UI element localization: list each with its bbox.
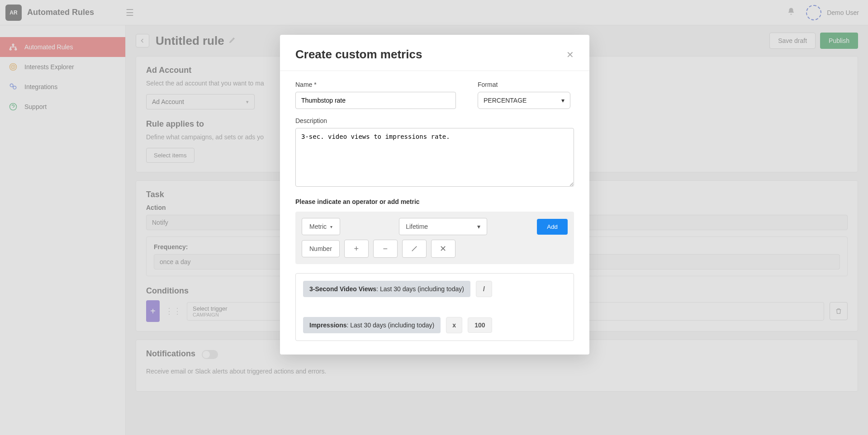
name-label: Name: [295, 81, 456, 88]
minus-operator-button[interactable]: −: [373, 240, 398, 258]
token-name: 3-Second Video Views: [309, 285, 376, 293]
chevron-down-icon: ▾: [477, 223, 480, 230]
divide-operator-button[interactable]: [402, 240, 427, 258]
modal-title: Create custom metrics: [295, 47, 422, 61]
formula-operator[interactable]: /: [476, 281, 492, 297]
token-range: Last 30 days (including today): [350, 322, 434, 329]
builder-box: Metric ▾ Lifetime ▾ Add Number + −: [295, 212, 574, 264]
formula-token[interactable]: Impressions: Last 30 days (including tod…: [303, 317, 441, 333]
metric-btn-label: Metric: [309, 223, 327, 230]
description-textarea[interactable]: [295, 128, 574, 187]
chevron-down-icon: ▾: [561, 97, 564, 104]
builder-label: Please indicate an operator or add metri…: [295, 198, 574, 205]
formula-token[interactable]: 3-Second Video Views: Last 30 days (incl…: [303, 281, 470, 297]
metric-dropdown[interactable]: Metric ▾: [302, 218, 340, 235]
multiply-operator-button[interactable]: ✕: [431, 240, 455, 258]
formula-operator[interactable]: x: [446, 317, 462, 333]
format-label: Format: [478, 81, 570, 88]
formula-box: 3-Second Video Views: Last 30 days (incl…: [295, 273, 574, 341]
token-range: Last 30 days (including today): [380, 285, 464, 293]
timeframe-select[interactable]: Lifetime ▾: [399, 218, 487, 235]
format-select[interactable]: PERCENTAGE ▾: [478, 92, 570, 109]
name-input[interactable]: [295, 92, 456, 109]
timeframe-value: Lifetime: [406, 223, 428, 230]
number-btn-label: Number: [309, 245, 332, 252]
token-name: Impressions: [309, 322, 346, 329]
add-button[interactable]: Add: [537, 219, 568, 235]
create-custom-metrics-modal: Create custom metrics ✕ Name Format PERC…: [280, 35, 589, 355]
formula-number[interactable]: 100: [468, 317, 492, 333]
plus-operator-button[interactable]: +: [344, 240, 369, 258]
chevron-down-icon: ▾: [330, 224, 332, 229]
modal-body: Name Format PERCENTAGE ▾ Description Ple…: [280, 71, 589, 355]
format-value: PERCENTAGE: [484, 97, 526, 104]
close-icon[interactable]: ✕: [566, 49, 574, 60]
description-label: Description: [295, 117, 574, 124]
number-button[interactable]: Number: [302, 240, 340, 257]
modal-header: Create custom metrics ✕: [280, 35, 589, 71]
